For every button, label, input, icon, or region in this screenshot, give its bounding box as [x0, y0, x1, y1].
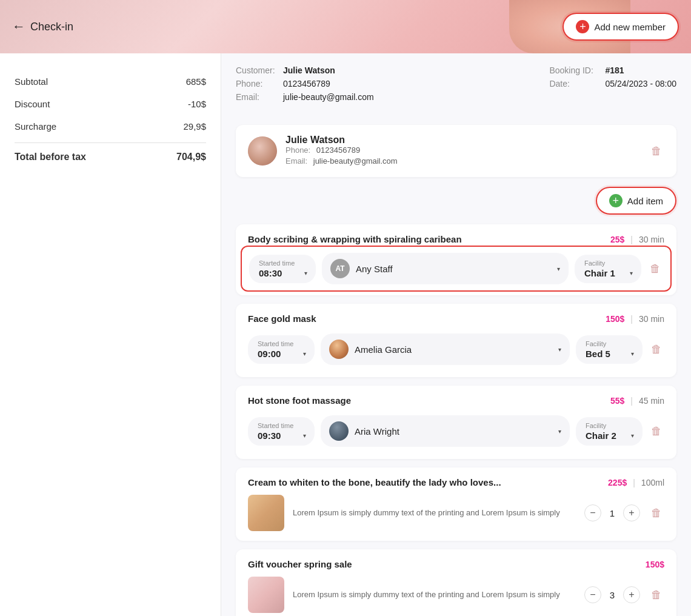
time-value-row-1: 09:00 ▾ — [258, 349, 306, 359]
facility-dropdown-1[interactable]: Facility Bed 5 ▾ — [576, 335, 643, 364]
time-dropdown-0[interactable]: Started time 08:30 ▾ — [249, 255, 316, 283]
delete-service-button-1[interactable]: 🗑 — [649, 341, 664, 358]
service-header-2: Hot stone foot massage 55$ | 45 min — [248, 395, 664, 406]
product-name-0: Cream to whiten to the bone, beautify th… — [248, 477, 501, 487]
subtotal-label: Subtotal — [15, 76, 48, 87]
service-price-0: 25$ — [610, 235, 624, 244]
discount-label: Discount — [15, 99, 50, 109]
facility-chevron-0: ▾ — [630, 270, 633, 276]
facility-value-0: Chair 1 — [584, 268, 615, 278]
staff-chevron-0: ▾ — [557, 266, 560, 272]
surcharge-value: 29,9$ — [183, 121, 206, 132]
delete-customer-button[interactable]: 🗑 — [649, 142, 664, 160]
card-email-label: Email: — [285, 156, 307, 166]
facility-value-1: Bed 5 — [586, 349, 610, 359]
customer-name-row: Customer: Julie Watson — [236, 65, 374, 75]
facility-value-row-0: Chair 1 ▾ — [584, 268, 633, 278]
staff-name-1: Amelia Garcia — [355, 344, 552, 355]
total-label: Total before tax — [15, 152, 86, 162]
staff-dropdown-1[interactable]: Amelia Garcia ▾ — [321, 333, 570, 365]
staff-chevron-2: ▾ — [558, 428, 561, 435]
qty-decrease-button-1[interactable]: − — [584, 586, 601, 603]
staff-dropdown-0[interactable]: AT Any Staff ▾ — [322, 253, 569, 284]
main-layout: Subtotal 685$ Discount -10$ Surcharge 29… — [0, 53, 691, 616]
service-row-2: Started time 09:30 ▾ Aria Wright ▾ Facil… — [248, 413, 664, 449]
staff-name-2: Aria Wright — [355, 426, 552, 437]
add-item-button[interactable]: + Add item — [596, 187, 676, 215]
service-price-2: 55$ — [610, 396, 624, 406]
time-value-1: 09:00 — [258, 349, 281, 359]
time-value-row-2: 09:30 ▾ — [258, 430, 306, 441]
customer-label: Customer: — [236, 65, 278, 75]
product-description-0: Lorem Ipsum is simply dummy text of the … — [293, 507, 576, 518]
booking-info: Booking ID: #181 Date: 05/24/2023 - 08:0… — [549, 65, 676, 105]
service-meta-1: 150$ | 30 min — [606, 314, 664, 324]
subtotal-row: Subtotal 685$ — [15, 70, 206, 93]
booking-id-label: Booking ID: — [549, 65, 598, 75]
header-banner: ← Check-in + Add new member — [0, 0, 691, 53]
customer-phone-row: Phone: 0123456789 — [236, 79, 374, 89]
facility-label-0: Facility — [584, 259, 633, 267]
back-button[interactable]: ← Check-in — [12, 19, 73, 35]
service-row-1: Started time 09:00 ▾ Amelia Garcia ▾ Fac… — [248, 331, 664, 367]
service-duration-0: 30 min — [639, 235, 664, 244]
product-row-0: Lorem Ipsum is simply dummy text of the … — [248, 495, 664, 531]
customer-details: Customer: Julie Watson Phone: 0123456789… — [236, 65, 374, 105]
qty-increase-button-1[interactable]: + — [623, 586, 640, 603]
facility-chevron-1: ▾ — [631, 350, 634, 357]
avatar — [248, 136, 277, 166]
delete-product-button-1[interactable]: 🗑 — [649, 586, 664, 604]
product-description-1: Lorem Ipsum is simply dummy text of the … — [293, 589, 576, 600]
service-divider-2: | — [630, 396, 633, 406]
add-member-label: Add new member — [594, 22, 666, 32]
product-unit-0: 100ml — [641, 478, 664, 487]
product-name-1: Gift voucher spring sale — [248, 559, 352, 569]
staff-avatar-2 — [329, 421, 349, 441]
service-divider-0: | — [630, 235, 633, 244]
customer-email: julie-beauty@gmail.com — [283, 92, 374, 102]
discount-row: Discount -10$ — [15, 93, 206, 115]
delete-product-button-0[interactable]: 🗑 — [649, 504, 664, 522]
staff-dropdown-2[interactable]: Aria Wright ▾ — [321, 415, 570, 447]
card-phone-value: 0123456789 — [316, 146, 360, 155]
product-thumb-image-0 — [248, 495, 284, 531]
product-meta-1: 150$ — [646, 560, 664, 569]
service-duration-1: 30 min — [639, 314, 664, 324]
facility-dropdown-2[interactable]: Facility Chair 2 ▾ — [576, 417, 643, 446]
time-label-0: Started time — [259, 259, 307, 267]
time-dropdown-1[interactable]: Started time 09:00 ▾ — [248, 335, 315, 364]
add-plus-icon: + — [576, 20, 589, 33]
content-area: Customer: Julie Watson Phone: 0123456789… — [221, 53, 691, 616]
service-header-1: Face gold mask 150$ | 30 min — [248, 313, 664, 324]
service-name-2: Hot stone foot massage — [248, 395, 351, 406]
service-section-2: Hot stone foot massage 55$ | 45 min Star… — [236, 386, 676, 459]
surcharge-label: Surcharge — [15, 121, 56, 132]
delete-service-button-0[interactable]: 🗑 — [647, 260, 663, 278]
delete-service-button-2[interactable]: 🗑 — [649, 423, 664, 440]
booking-date-row: Date: 05/24/2023 - 08:00 — [549, 79, 676, 89]
time-dropdown-2[interactable]: Started time 09:30 ▾ — [248, 417, 315, 446]
service-name-0: Body scribing & wrapping with spiraling … — [248, 234, 462, 244]
subtotal-value: 685$ — [186, 76, 206, 87]
sidebar: Subtotal 685$ Discount -10$ Surcharge 29… — [0, 53, 221, 616]
time-label-2: Started time — [258, 422, 306, 429]
product-thumb-image-1 — [248, 577, 284, 613]
qty-increase-button-0[interactable]: + — [623, 504, 640, 521]
service-name-1: Face gold mask — [248, 313, 316, 324]
service-price-1: 150$ — [606, 314, 624, 324]
time-value-0: 08:30 — [259, 268, 282, 278]
total-value: 704,9$ — [176, 152, 206, 162]
qty-value-0: 1 — [607, 508, 617, 518]
booking-date-value: 05/24/2023 - 08:00 — [605, 79, 676, 89]
qty-control-0: − 1 + — [584, 504, 640, 521]
facility-chevron-2: ▾ — [631, 432, 634, 439]
card-customer-name: Julie Watson — [285, 135, 640, 146]
time-chevron-1: ▾ — [303, 350, 306, 357]
service-header-0: Body scribing & wrapping with spiraling … — [248, 234, 664, 244]
qty-control-1: − 3 + — [584, 586, 640, 603]
facility-dropdown-0[interactable]: Facility Chair 1 ▾ — [575, 255, 641, 283]
qty-decrease-button-0[interactable]: − — [584, 504, 601, 521]
add-item-row: + Add item — [236, 187, 676, 215]
facility-label-1: Facility — [586, 340, 634, 347]
add-new-member-button[interactable]: + Add new member — [562, 13, 679, 41]
